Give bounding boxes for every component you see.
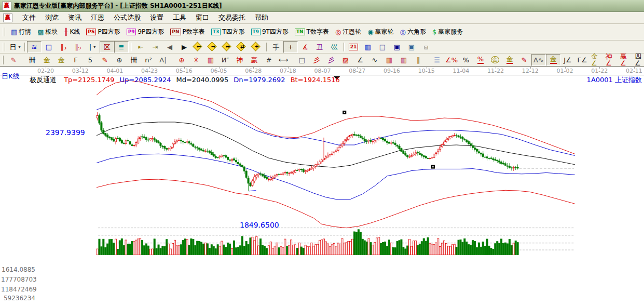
toolbar-grip[interactable] bbox=[3, 43, 5, 51]
fit-width-button[interactable]: ↔ bbox=[221, 41, 235, 53]
ruler-123-button[interactable]: # bbox=[262, 54, 276, 66]
chart-3-button[interactable]: ∥₃ bbox=[56, 41, 71, 53]
pan-hand-button[interactable]: 手 bbox=[269, 41, 283, 53]
parallel-lines-button[interactable]: ∥ bbox=[411, 54, 426, 66]
gold-grid-1-button[interactable]: 金 bbox=[39, 54, 54, 66]
box-diagonal-button[interactable]: ▨ bbox=[338, 54, 353, 66]
percent-line-button[interactable]: % bbox=[473, 54, 488, 66]
gann-wheel-button[interactable]: ◎江恩轮 bbox=[332, 25, 364, 39]
winner-service-button[interactable]: $赢家服务 bbox=[429, 25, 466, 39]
time-cycle-clock-button[interactable]: ⊕ bbox=[112, 54, 127, 66]
t-square-button[interactable]: T3T四方形 bbox=[208, 25, 248, 39]
kline-button[interactable]: ╫K线 bbox=[61, 25, 84, 39]
ray-fan-box-button[interactable]: 彡 bbox=[324, 54, 338, 66]
stats-list-button[interactable]: ☰ bbox=[430, 54, 444, 66]
sectors-button[interactable]: ▩板块 bbox=[34, 25, 61, 39]
kline-chart-area[interactable]: 02-2003-1204-0104-2305-1606-0506-2807-18… bbox=[0, 66, 644, 306]
gold-line-red-button[interactable]: 金 bbox=[546, 54, 560, 66]
calculator-button[interactable]: ▦ bbox=[361, 41, 375, 53]
menu-item-2[interactable]: 资讯 bbox=[63, 12, 86, 23]
square-spiral-button[interactable]: ▦ bbox=[203, 54, 218, 66]
zigzag-mode-button[interactable]: ≋ bbox=[27, 41, 42, 53]
menu-item-9[interactable]: 帮助 bbox=[250, 12, 273, 23]
region-tool-button[interactable]: 区 bbox=[100, 41, 114, 53]
menu-item-7[interactable]: 窗口 bbox=[191, 12, 214, 23]
crosshair-button[interactable]: + bbox=[283, 41, 298, 53]
info-list-button[interactable]: ▤ bbox=[42, 41, 56, 53]
last-screen-button[interactable]: ⇥ bbox=[148, 41, 162, 53]
menu-item-0[interactable]: 文件 bbox=[18, 12, 40, 23]
k-quote-button[interactable]: И″ bbox=[218, 54, 232, 66]
menu-item-3[interactable]: 江恩 bbox=[86, 12, 109, 23]
pan-right-button[interactable]: → bbox=[206, 41, 221, 53]
period-label[interactable]: 日K线 bbox=[2, 72, 20, 81]
box-tool-button[interactable]: □ bbox=[295, 54, 309, 66]
red-grid-1-button[interactable]: ▦ bbox=[382, 54, 396, 66]
p-number-table-button[interactable]: PNP数字表 bbox=[167, 25, 208, 39]
shen-angle-button[interactable]: 神∠ bbox=[604, 54, 619, 66]
menu-item-8[interactable]: 交易委托 bbox=[214, 12, 250, 23]
draw-pencil-button[interactable]: ✎ bbox=[6, 54, 21, 66]
menu-item-6[interactable]: 工具 bbox=[168, 12, 191, 23]
toolbar-grip[interactable] bbox=[3, 56, 4, 64]
gold-grid-2-button[interactable]: 金 bbox=[54, 54, 68, 66]
a-divider-button[interactable]: A| bbox=[156, 54, 170, 66]
calendar-button[interactable]: 21 bbox=[346, 41, 361, 53]
save-button[interactable]: ▣ bbox=[390, 41, 404, 53]
plain-grid-button[interactable]: 卌 bbox=[127, 54, 141, 66]
shen-grid-button[interactable]: 神 bbox=[232, 54, 247, 66]
chart-9-button[interactable]: ∥₉ bbox=[71, 41, 85, 53]
percent-button[interactable]: % bbox=[459, 54, 473, 66]
kline-chart-canvas[interactable] bbox=[0, 66, 644, 306]
gann-grid-button[interactable]: 卌 bbox=[25, 54, 39, 66]
t-number-table-button[interactable]: TNT数字表 bbox=[292, 25, 332, 39]
red-pencil-grid-button[interactable]: ✎ bbox=[98, 54, 112, 66]
angle-pin-button[interactable]: ∡ bbox=[298, 41, 312, 53]
notepad-button[interactable]: ▤ bbox=[375, 41, 390, 53]
9p-square-button[interactable]: P99P四方形 bbox=[124, 25, 168, 39]
menu-item-5[interactable]: 设置 bbox=[145, 12, 168, 23]
four-angle-button[interactable]: 四∠ bbox=[633, 54, 644, 66]
next-screen-button[interactable]: ▶ bbox=[177, 41, 191, 53]
workstation-button[interactable]: ⧈ bbox=[419, 41, 433, 53]
five-grid-button[interactable]: 5 bbox=[83, 54, 98, 66]
9t-square-button[interactable]: T99T四方形 bbox=[248, 25, 292, 39]
expand-x-button[interactable]: + bbox=[250, 41, 264, 53]
volume-profile-button[interactable]: ≣ bbox=[114, 41, 129, 53]
star-burst-button[interactable]: ✳ bbox=[189, 54, 203, 66]
gold-angle-button[interactable]: 金∠ bbox=[590, 54, 604, 66]
wave-fit-button[interactable]: A∿ bbox=[531, 54, 546, 66]
gold-circle-button[interactable]: 金 bbox=[488, 54, 502, 66]
remote-data-button[interactable]: ▣ bbox=[404, 41, 419, 53]
n-squared-button[interactable]: n² bbox=[141, 54, 156, 66]
ying-grid-button[interactable]: 赢 bbox=[247, 54, 262, 66]
angle-rays-button[interactable]: ∠ bbox=[353, 54, 367, 66]
red-brush-button[interactable]: ✎ bbox=[517, 54, 531, 66]
menu-item-1[interactable]: 浏览 bbox=[40, 12, 63, 23]
candle-style-button[interactable]: |▾ bbox=[85, 41, 100, 53]
menu-item-4[interactable]: 公式选股 bbox=[109, 12, 145, 23]
gold-line-button[interactable]: 金 bbox=[502, 54, 517, 66]
span-arrows-button[interactable]: ⟷ bbox=[276, 54, 291, 66]
pattern-tool-button[interactable]: 丑 bbox=[312, 41, 327, 53]
winner-wheel-button[interactable]: ◉赢家轮 bbox=[364, 25, 396, 39]
indicator-name[interactable]: 极反通道 bbox=[30, 76, 57, 84]
zigzag-dotted-button[interactable]: ∿ bbox=[367, 54, 382, 66]
p-square-button[interactable]: PSP四方形 bbox=[83, 25, 123, 39]
first-screen-button[interactable]: ⇤ bbox=[133, 41, 148, 53]
prev-screen-button[interactable]: ◀ bbox=[162, 41, 177, 53]
circle-cross-button[interactable]: ⊕ bbox=[174, 54, 189, 66]
period-day-button[interactable]: 日▾ bbox=[8, 41, 22, 53]
f-angle-button[interactable]: F∠ bbox=[575, 54, 590, 66]
red-grid-2-button[interactable]: ▦ bbox=[396, 54, 411, 66]
percent-angle-button[interactable]: ∠% bbox=[444, 54, 459, 66]
j-angle-button[interactable]: J∠ bbox=[560, 54, 575, 66]
quotes-button[interactable]: ▦行情 bbox=[8, 25, 34, 39]
pan-left-button[interactable]: ← bbox=[191, 41, 206, 53]
wave-tool-button[interactable]: 巛 bbox=[327, 41, 341, 53]
toolbar-grip[interactable] bbox=[3, 28, 5, 36]
symbol-label[interactable]: 1A0001 上证指数 bbox=[587, 75, 642, 85]
ray-fan-button[interactable]: 彡 bbox=[309, 54, 324, 66]
compress-x-button[interactable]: ⇄ bbox=[235, 41, 250, 53]
hexagon-button[interactable]: ◎六角形 bbox=[397, 25, 429, 39]
